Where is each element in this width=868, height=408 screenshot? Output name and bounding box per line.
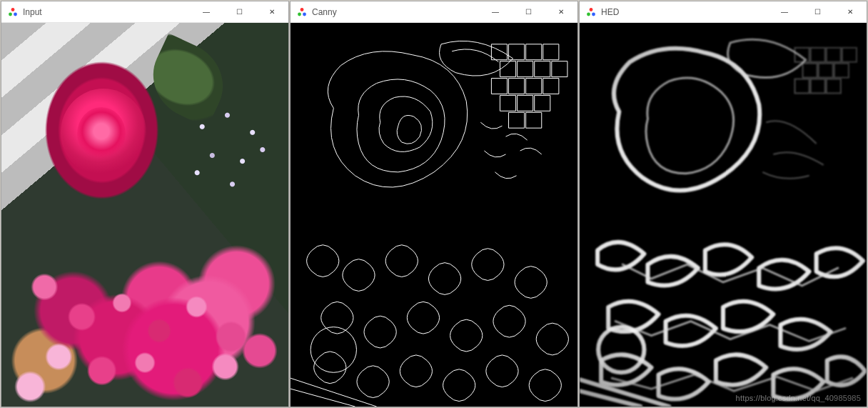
svg-rect-11 xyxy=(518,61,533,77)
titlebar[interactable]: Canny — ☐ ✕ xyxy=(291,1,577,23)
window-title: Canny xyxy=(312,7,479,17)
image-viewport xyxy=(1,23,288,407)
image-viewport: https://blog.csdn.net/qq_40985985 xyxy=(580,23,867,407)
svg-rect-30 xyxy=(842,48,857,62)
maximize-icon: ☐ xyxy=(525,8,532,16)
svg-point-26 xyxy=(592,12,595,16)
minimize-button[interactable]: — xyxy=(190,1,223,22)
svg-rect-13 xyxy=(552,61,567,77)
svg-point-2 xyxy=(14,12,17,16)
input-image xyxy=(1,23,288,407)
svg-rect-6 xyxy=(491,44,507,60)
watermark-text: https://blog.csdn.net/qq_40985985 xyxy=(736,394,861,402)
opencv-icon xyxy=(585,6,597,18)
minimize-button[interactable]: — xyxy=(479,1,512,22)
window-title: HED xyxy=(601,7,768,17)
close-button[interactable]: ✕ xyxy=(545,1,577,22)
svg-rect-29 xyxy=(827,48,841,62)
svg-rect-19 xyxy=(518,95,533,111)
minimize-icon: — xyxy=(492,8,499,16)
svg-rect-27 xyxy=(795,48,809,62)
opencv-icon xyxy=(296,6,308,18)
svg-point-0 xyxy=(11,8,15,11)
pink-flowers xyxy=(1,207,288,407)
svg-point-37 xyxy=(598,327,644,373)
hed-edge-image: https://blog.csdn.net/qq_40985985 xyxy=(580,23,867,407)
maximize-button[interactable]: ☐ xyxy=(223,1,256,22)
minimize-button[interactable]: — xyxy=(768,1,801,22)
titlebar[interactable]: Input — ☐ ✕ xyxy=(1,1,288,23)
svg-point-23 xyxy=(311,327,356,373)
svg-rect-16 xyxy=(526,79,542,94)
window-title: Input xyxy=(23,7,190,17)
babys-breath xyxy=(182,92,283,207)
svg-rect-8 xyxy=(526,44,542,60)
svg-point-3 xyxy=(301,8,304,11)
svg-point-4 xyxy=(298,12,301,16)
window-controls: — ☐ ✕ xyxy=(479,1,577,22)
window-canny: Canny — ☐ ✕ xyxy=(290,1,578,407)
window-hed: HED — ☐ ✕ xyxy=(579,1,867,407)
minimize-icon: — xyxy=(203,8,210,16)
svg-rect-31 xyxy=(803,64,817,78)
svg-rect-12 xyxy=(535,61,550,77)
svg-rect-22 xyxy=(526,112,542,128)
close-icon: ✕ xyxy=(558,8,564,16)
maximize-icon: ☐ xyxy=(236,8,243,16)
close-button[interactable]: ✕ xyxy=(256,1,288,22)
svg-rect-20 xyxy=(535,95,550,111)
canny-edge-image xyxy=(291,23,577,407)
close-icon: ✕ xyxy=(847,8,853,16)
svg-rect-15 xyxy=(509,79,525,94)
svg-rect-9 xyxy=(543,44,559,60)
titlebar[interactable]: HED — ☐ ✕ xyxy=(580,1,867,23)
svg-rect-17 xyxy=(543,79,559,94)
svg-point-1 xyxy=(9,12,12,16)
close-icon: ✕ xyxy=(269,8,275,16)
maximize-icon: ☐ xyxy=(814,8,821,16)
close-button[interactable]: ✕ xyxy=(834,1,867,22)
svg-rect-34 xyxy=(795,79,809,94)
svg-rect-14 xyxy=(491,79,507,94)
maximize-button[interactable]: ☐ xyxy=(512,1,545,22)
svg-rect-21 xyxy=(509,112,525,128)
maximize-button[interactable]: ☐ xyxy=(801,1,834,22)
svg-point-5 xyxy=(303,12,306,16)
window-input: Input — ☐ ✕ xyxy=(1,1,289,407)
image-viewport xyxy=(291,23,577,407)
minimize-icon: — xyxy=(781,8,788,16)
svg-rect-33 xyxy=(834,64,849,78)
svg-rect-36 xyxy=(827,79,841,94)
svg-rect-18 xyxy=(500,95,515,111)
window-controls: — ☐ ✕ xyxy=(768,1,867,22)
rose xyxy=(36,61,173,215)
svg-rect-28 xyxy=(811,48,825,62)
svg-rect-32 xyxy=(819,64,833,78)
opencv-icon xyxy=(7,6,19,18)
svg-point-25 xyxy=(587,12,590,16)
svg-point-24 xyxy=(590,8,593,11)
svg-rect-35 xyxy=(811,79,825,94)
window-controls: — ☐ ✕ xyxy=(190,1,288,22)
